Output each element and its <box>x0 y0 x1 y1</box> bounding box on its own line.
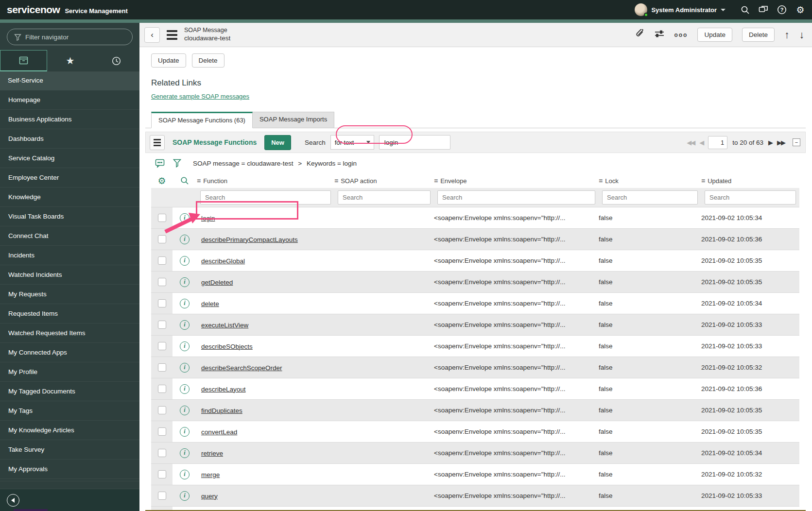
first-page-icon[interactable]: ◀◀ <box>687 139 694 146</box>
sidebar-menu-item[interactable]: Take Survey <box>0 440 139 460</box>
row-checkbox[interactable] <box>158 214 166 222</box>
sidebar-menu-item[interactable]: My Requests <box>0 285 139 304</box>
function-link[interactable]: describeSObjects <box>201 343 253 350</box>
info-icon[interactable]: i <box>180 277 190 287</box>
row-checkbox[interactable] <box>158 406 166 414</box>
last-page-icon[interactable]: ▶▶ <box>777 139 785 146</box>
sliders-icon[interactable] <box>655 30 664 40</box>
info-icon[interactable]: i <box>180 470 190 479</box>
sidebar-menu-item[interactable]: Service Catalog <box>0 149 139 168</box>
sidebar-menu-item[interactable]: My Tagged Documents <box>0 382 139 401</box>
next-record-icon[interactable]: ↓ <box>799 29 805 41</box>
delete-button[interactable]: Delete <box>192 53 225 68</box>
function-column-search-input[interactable] <box>200 190 331 204</box>
generate-sample-soap-messages-link[interactable]: Generate sample SOAP messages <box>151 93 249 100</box>
sidebar-menu-item[interactable]: My Knowledge Articles <box>0 421 139 440</box>
sidebar-menu-item[interactable]: Dashboards <box>0 129 139 149</box>
avatar[interactable] <box>635 3 647 16</box>
tab-soap-message-imports[interactable]: SOAP Message Imports <box>253 112 334 128</box>
function-link[interactable]: describePrimaryCompactLayouts <box>201 236 298 243</box>
collapse-sidebar-icon[interactable] <box>7 494 19 507</box>
list-search-input[interactable] <box>379 135 450 150</box>
user-menu[interactable]: System Administrator <box>635 3 726 16</box>
minimize-list-icon[interactable]: − <box>793 138 800 146</box>
envelope-column-search-input[interactable] <box>437 190 595 204</box>
function-link[interactable]: describeLayout <box>201 386 246 393</box>
row-checkbox[interactable] <box>158 256 166 265</box>
column-header-function[interactable]: ≡Function <box>197 177 334 185</box>
info-icon[interactable]: i <box>180 406 190 415</box>
sidebar-menu-item[interactable]: Watched Incidents <box>0 265 139 285</box>
info-icon[interactable]: i <box>180 491 190 501</box>
search-icon[interactable] <box>740 5 750 15</box>
row-checkbox[interactable] <box>158 492 166 500</box>
info-icon[interactable]: i <box>180 320 190 330</box>
column-header-envelope[interactable]: ≡Envelope <box>434 177 599 185</box>
sidebar-menu-item[interactable]: Requested Items <box>0 304 139 324</box>
info-icon[interactable]: i <box>180 341 190 351</box>
list-context-menu-icon[interactable] <box>150 135 165 150</box>
breadcrumb-keywords[interactable]: Keywords = login <box>307 160 357 167</box>
sidebar-menu-item[interactable]: Business Applications <box>0 110 139 129</box>
column-header-updated[interactable]: ≡Updated <box>701 177 799 185</box>
info-icon[interactable]: i <box>180 384 190 394</box>
sidebar-menu-item[interactable]: My Profile <box>0 362 139 382</box>
function-link[interactable]: retrieve <box>201 450 223 457</box>
column-search-toggle-icon[interactable] <box>173 176 197 185</box>
paperclip-icon[interactable] <box>636 29 645 41</box>
help-icon[interactable]: ? <box>777 5 787 15</box>
row-checkbox[interactable] <box>158 449 166 457</box>
sidebar-menu-item[interactable]: Homepage <box>0 90 139 110</box>
delete-button-header[interactable]: Delete <box>742 28 775 42</box>
function-link[interactable]: query <box>201 493 218 500</box>
info-icon[interactable]: i <box>180 363 190 373</box>
sidebar-menu-item[interactable]: My Connected Apps <box>0 343 139 362</box>
function-link[interactable]: convertLead <box>201 428 237 436</box>
soap-action-column-search-input[interactable] <box>338 190 431 204</box>
info-icon[interactable]: i <box>180 256 190 266</box>
function-link[interactable]: merge <box>201 471 220 478</box>
breadcrumb-soap-message[interactable]: SOAP message = cloudaware-test <box>193 160 293 167</box>
update-button-header[interactable]: Update <box>697 28 732 42</box>
sidebar-menu-item[interactable]: My Approvals <box>0 460 139 479</box>
filter-navigator-input[interactable]: Filter navigator <box>7 29 133 45</box>
function-link[interactable]: delete <box>201 300 219 307</box>
previous-page-icon[interactable]: ◀ <box>699 139 703 146</box>
previous-record-icon[interactable]: ↑ <box>784 29 790 41</box>
function-link[interactable]: login <box>201 215 215 222</box>
function-link[interactable]: describeSearchScopeOrder <box>201 364 282 372</box>
updated-column-search-input[interactable] <box>705 190 796 204</box>
update-button[interactable]: Update <box>151 53 186 68</box>
sidebar-menu-item[interactable]: Connect Chat <box>0 226 139 246</box>
row-checkbox[interactable] <box>158 385 166 393</box>
info-icon[interactable]: i <box>180 299 190 308</box>
row-checkbox[interactable] <box>158 342 166 350</box>
search-mode-select[interactable]: for text <box>330 135 374 150</box>
new-button[interactable]: New <box>264 135 291 150</box>
row-checkbox[interactable] <box>158 278 166 286</box>
lock-column-search-input[interactable] <box>602 190 698 204</box>
sidebar-menu-item[interactable]: Employee Center <box>0 168 139 187</box>
gear-icon[interactable]: ⚙ <box>795 5 805 15</box>
row-checkbox[interactable] <box>158 321 166 329</box>
more-actions-icon[interactable]: ooo <box>674 32 688 38</box>
back-button[interactable]: ‹ <box>144 27 160 43</box>
info-icon[interactable]: i <box>180 235 190 244</box>
row-checkbox[interactable] <box>158 427 166 436</box>
row-checkbox[interactable] <box>158 363 166 372</box>
tab-all-applications[interactable] <box>0 50 47 71</box>
sidebar-menu-item[interactable]: Knowledge <box>0 187 139 207</box>
chat-icon[interactable] <box>759 5 768 15</box>
info-icon[interactable]: i <box>180 448 190 458</box>
tab-soap-message-functions[interactable]: SOAP Message Functions (63) <box>151 112 253 128</box>
row-checkbox[interactable] <box>158 470 166 478</box>
function-link[interactable]: executeListView <box>201 322 248 329</box>
tab-favorites[interactable]: ★ <box>47 50 93 71</box>
personalize-list-gear-icon[interactable]: ⚙ <box>151 175 173 187</box>
function-link[interactable]: findDuplicates <box>201 407 242 414</box>
next-page-icon[interactable]: ▶ <box>768 139 772 146</box>
info-icon[interactable]: i <box>180 213 190 223</box>
row-checkbox[interactable] <box>158 235 166 243</box>
page-number-input[interactable] <box>708 136 727 149</box>
info-icon[interactable]: i <box>180 427 190 437</box>
